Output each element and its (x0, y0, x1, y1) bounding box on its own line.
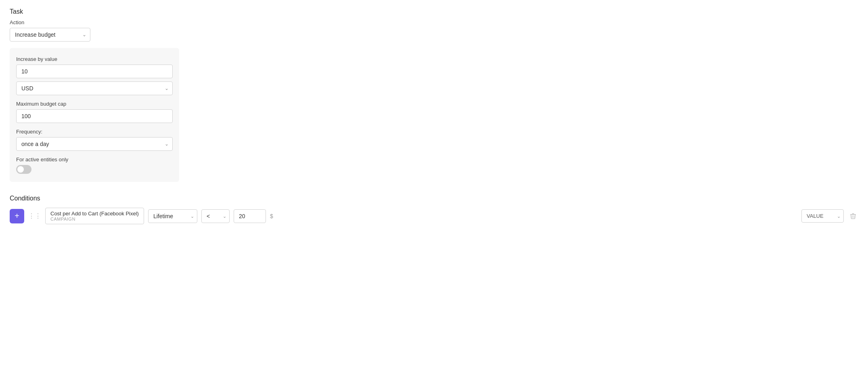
page-container: Task Action Increase budget Decrease bud… (0, 0, 868, 390)
increase-by-value-group: Increase by value USD EUR GBP ⌄ (16, 56, 173, 95)
condition-sub-label: CAMPAIGN (50, 217, 139, 221)
currency-select[interactable]: USD EUR GBP (16, 81, 173, 95)
operator-select-wrapper: < > = <= >= ⌄ (201, 209, 230, 223)
max-budget-cap-label: Maximum budget cap (16, 101, 173, 107)
condition-row: + ⋮⋮ Cost per Add to Cart (Facebook Pixe… (10, 208, 858, 224)
active-entities-label: For active entities only (16, 156, 173, 163)
frequency-group: Frequency: once a day once a week once a… (16, 129, 173, 151)
trash-icon (849, 213, 857, 220)
frequency-label: Frequency: (16, 129, 173, 135)
delete-condition-button[interactable] (848, 211, 858, 221)
operator-select[interactable]: < > = <= >= (201, 209, 230, 223)
value-type-select[interactable]: VALUE PERCENT (801, 209, 844, 223)
conditions-title: Conditions (10, 195, 858, 202)
task-form-area: Increase by value USD EUR GBP ⌄ Maximum … (10, 48, 179, 182)
currency-select-wrapper: USD EUR GBP ⌄ (16, 81, 173, 95)
increase-by-value-label: Increase by value (16, 56, 173, 62)
action-label: Action (10, 19, 858, 25)
dollar-sign: $ (270, 213, 273, 219)
condition-value-input[interactable] (234, 209, 266, 223)
active-entities-toggle[interactable] (16, 165, 31, 174)
period-select-wrapper: Lifetime Last 7 days Last 30 days ⌄ (148, 209, 197, 223)
active-entities-group: For active entities only (16, 156, 173, 174)
action-select[interactable]: Increase budget Decrease budget Pause En… (10, 28, 90, 42)
frequency-select-wrapper: once a day once a week once a month ⌄ (16, 137, 173, 151)
add-condition-button[interactable]: + (10, 209, 24, 223)
condition-name: Cost per Add to Cart (Facebook Pixel) (50, 211, 139, 217)
toggle-container (16, 165, 173, 174)
frequency-select[interactable]: once a day once a week once a month (16, 137, 173, 151)
plus-icon: + (15, 211, 19, 221)
period-select[interactable]: Lifetime Last 7 days Last 30 days (148, 209, 197, 223)
max-budget-cap-input[interactable] (16, 109, 173, 123)
conditions-section: Conditions + ⋮⋮ Cost per Add to Cart (Fa… (10, 195, 858, 224)
increase-by-value-input[interactable] (16, 65, 173, 78)
svg-rect-1 (852, 213, 854, 214)
toggle-slider (16, 165, 31, 174)
svg-rect-0 (850, 214, 856, 215)
max-budget-cap-group: Maximum budget cap (16, 101, 173, 123)
action-dropdown-wrapper: Increase budget Decrease budget Pause En… (10, 28, 90, 42)
value-type-select-wrapper: VALUE PERCENT ⌄ (801, 209, 844, 223)
task-title: Task (10, 8, 858, 15)
drag-handle-icon[interactable]: ⋮⋮ (28, 212, 41, 220)
task-section: Task Action Increase budget Decrease bud… (10, 8, 858, 42)
condition-name-block: Cost per Add to Cart (Facebook Pixel) CA… (45, 208, 144, 224)
